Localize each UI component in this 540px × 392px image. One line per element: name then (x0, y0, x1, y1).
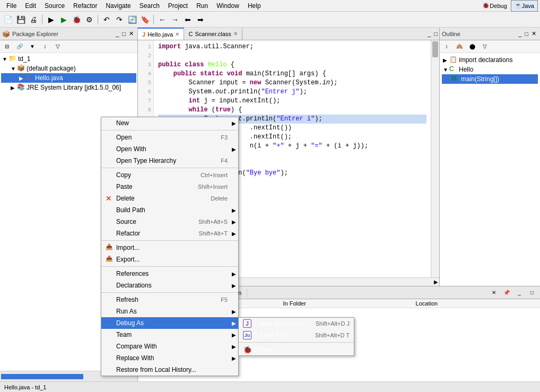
editor-minimize-btn[interactable]: _ (426, 30, 432, 38)
tree-hello-java[interactable]: ▶ J Hello.java (1, 73, 136, 83)
run-btn[interactable]: ▶ (58, 14, 69, 25)
outline-filter-btn[interactable]: ▽ (479, 41, 491, 53)
menu-search[interactable]: Search (135, 1, 164, 11)
ctx-new-label: New (116, 119, 129, 127)
link-editor-btn[interactable]: 🔗 (14, 41, 25, 53)
ctx-new[interactable]: New ▶ (101, 117, 238, 129)
print-btn[interactable]: 🖨 (28, 14, 39, 25)
menu-navigate[interactable]: Navigate (101, 1, 135, 11)
ctx-build-path[interactable]: Build Path ▶ (101, 204, 238, 216)
outline-hide-btn[interactable]: 🙈 (454, 41, 465, 53)
tab-close-hello[interactable]: ✕ (175, 31, 179, 37)
menu-file[interactable]: File (2, 1, 21, 11)
collapse-all-btn[interactable]: ⊟ (1, 41, 13, 53)
editor-maximize-btn[interactable]: □ (432, 30, 439, 38)
tab-scanner[interactable]: C Scanner.class ✕ (184, 28, 242, 40)
tree-root-label: td_1 (18, 55, 30, 63)
declarations-icon (106, 281, 114, 290)
team-icon (106, 330, 114, 339)
outline-maximize[interactable]: □ (523, 30, 530, 38)
new-btn[interactable]: 📄 (2, 14, 14, 25)
ctx-references[interactable]: References ▶ (101, 268, 238, 280)
outline-imports-arrow: ▶ (443, 57, 449, 63)
package-maximize-btn[interactable]: □ (120, 30, 127, 38)
outline-sync-btn[interactable]: ⬤ (466, 41, 478, 53)
menu-edit[interactable]: Edit (21, 1, 40, 11)
bottom-close-btn[interactable]: ✕ (488, 287, 500, 299)
next-btn[interactable]: ➡ (195, 14, 206, 25)
submenu-java-app[interactable]: J 1 Java Application Shift+Alt+D J (239, 318, 354, 329)
menu-refactor[interactable]: Refactor (69, 1, 101, 11)
ctx-run-as[interactable]: Run As ▶ (101, 306, 238, 317)
outline-imports[interactable]: ▶ 📋 import declarations (442, 55, 538, 65)
context-menu[interactable]: New ▶ Open F3 Open With ▶ Open Type Hier… (101, 117, 239, 376)
ctx-source[interactable]: Source Shift+Alt+S ▶ (101, 216, 238, 228)
prev-btn[interactable]: ⬅ (182, 14, 194, 25)
ctx-open-type-shortcut: F4 (210, 158, 228, 164)
menu-window[interactable]: Window (212, 1, 243, 11)
view-menu-btn[interactable]: ▼ (27, 41, 38, 53)
debug-submenu[interactable]: J 1 Java Application Shift+Alt+D J Ju 2 … (238, 317, 354, 356)
menu-help[interactable]: Help (243, 1, 265, 11)
forward-btn[interactable]: ↷ (114, 14, 125, 25)
next-edit-btn[interactable]: → (169, 14, 181, 25)
search-btn[interactable]: 🔖 (139, 14, 151, 25)
ctx-refresh[interactable]: Refresh F5 (101, 294, 238, 306)
ctx-compare-with[interactable]: Compare With ▶ (101, 341, 238, 352)
tab-hello-java[interactable]: J Hello.java ✕ (138, 28, 184, 40)
sync-btn[interactable]: ↕ (39, 41, 51, 53)
debug-perspective-btn[interactable]: 🐞 Debug (478, 0, 510, 12)
ctx-restore-local[interactable]: Restore from Local History... (101, 364, 238, 376)
bottom-min-btn[interactable]: _ (513, 287, 525, 299)
tree-jre-library[interactable]: ▶ 📚 JRE System Library [jdk1.5.0_06] (1, 83, 136, 92)
ctx-declarations[interactable]: Declarations ▶ (101, 280, 238, 291)
back-btn[interactable]: ↶ (101, 14, 112, 25)
submenu-junit[interactable]: Ju 2 JUnit Test Shift+Alt+D T (239, 329, 354, 341)
outline-imports-label: import declarations (459, 56, 512, 64)
java-perspective-btn[interactable]: ☕ Java (511, 0, 538, 12)
ctx-export[interactable]: 📤 Export... (101, 254, 238, 265)
replace-icon (106, 354, 114, 362)
bottom-pin-btn[interactable]: 📌 (501, 287, 512, 299)
prev-edit-btn[interactable]: ← (156, 14, 168, 25)
submenu-java-app-shortcut: Shift+Alt+D J (305, 320, 350, 327)
outline-close[interactable]: ✕ (530, 30, 538, 38)
tree-root[interactable]: ▼ 📁 td_1 (1, 54, 136, 64)
restore-icon (106, 365, 114, 374)
outline-main[interactable]: M main(String[]) (442, 74, 538, 84)
menu-project[interactable]: Project (164, 1, 192, 11)
filter-btn[interactable]: ▽ (52, 41, 64, 53)
menu-source[interactable]: Source (40, 1, 69, 11)
ctx-open[interactable]: Open F3 (101, 132, 238, 143)
scroll-right-btn[interactable]: ▶ (434, 279, 438, 285)
ctx-open-with[interactable]: Open With ▶ (101, 143, 238, 155)
ctx-export-label: Export... (116, 256, 140, 263)
editor-scrollbar[interactable] (431, 40, 439, 277)
ctx-debug-as[interactable]: Debug As ▶ J 1 Java Application Shift+Al… (101, 317, 238, 329)
debug-btn[interactable]: 🐞 (71, 14, 82, 25)
outline-sort-btn[interactable]: ↕ (441, 41, 452, 53)
outline-minimize[interactable]: _ (517, 30, 523, 38)
ctx-refactor[interactable]: Refactor Shift+Alt+T ▶ (101, 228, 238, 239)
save-btn[interactable]: 💾 (15, 14, 27, 25)
ctx-delete[interactable]: ✕ Delete Delete (101, 193, 238, 204)
refresh-btn[interactable]: 🔄 (126, 14, 138, 25)
outline-class[interactable]: ▼ C Hello (442, 65, 538, 74)
package-minimize-btn[interactable]: _ (114, 30, 120, 38)
ctx-copy[interactable]: Copy Ctrl+Insert (101, 169, 238, 181)
bottom-max-btn[interactable]: □ (526, 287, 538, 299)
tree-pkg-label: (default package) (27, 65, 76, 72)
run-ext-btn[interactable]: ⚙ (83, 14, 95, 25)
ctx-open-type-hierarchy[interactable]: Open Type Hierarchy F4 (101, 155, 238, 167)
compare-icon (106, 342, 114, 351)
run-last-btn[interactable]: ▶ (45, 14, 57, 25)
submenu-debug[interactable]: 🐞 Debug... (239, 344, 354, 355)
tree-default-package[interactable]: ▼ 📦 (default package) (1, 64, 136, 73)
package-close-btn[interactable]: ✕ (127, 30, 135, 38)
ctx-replace-with[interactable]: Replace With ▶ (101, 352, 238, 364)
menu-run[interactable]: Run (192, 1, 212, 11)
ctx-paste[interactable]: Paste Shift+Insert (101, 181, 238, 193)
ctx-team[interactable]: Team ▶ (101, 329, 238, 341)
ctx-import[interactable]: 📥 Import... (101, 242, 238, 254)
tab-close-scanner[interactable]: ✕ (233, 31, 238, 37)
